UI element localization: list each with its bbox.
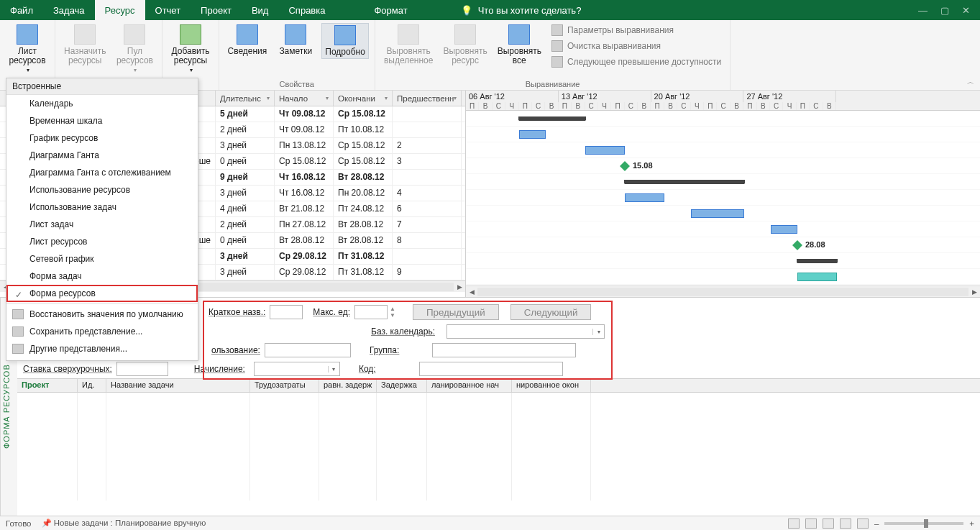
next-label: Следующее превышение доступности (567, 57, 721, 67)
timeline-day-label: Ч (783, 102, 796, 110)
tell-me[interactable]: Что вы хотите сделать? (461, 0, 582, 20)
bgh-work[interactable]: Трудозатраты (250, 379, 319, 392)
dd-save-view[interactable]: Сохранить представление... (6, 323, 198, 340)
dd-timeline[interactable]: Временная шкала (6, 112, 198, 129)
usage-label: ользование: (211, 345, 260, 355)
timeline-day-label: С (717, 102, 730, 110)
bgh-delay[interactable]: Задержка (377, 379, 427, 392)
view-shortcut-3[interactable] (823, 518, 834, 529)
view-shortcut-2[interactable] (805, 518, 817, 529)
assignment-grid-body[interactable] (17, 393, 980, 501)
timeline-day-label: Ч (505, 102, 518, 110)
bgh-schedstart[interactable]: ланированное нач (427, 379, 512, 392)
window-controls: — ▢ ✕ (908, 0, 980, 20)
zoom-in-icon[interactable]: + (969, 519, 974, 528)
dd-reset-defaults[interactable]: Восстановить значения по умолчанию (6, 306, 198, 323)
bgh-schedfinish[interactable]: нированное окон (512, 379, 591, 392)
notes-button[interactable]: Заметки (274, 23, 317, 59)
details-button[interactable]: Подробно (321, 23, 369, 59)
level-all-icon (508, 24, 530, 45)
tab-format[interactable]: Формат (364, 0, 417, 20)
next-overallocation-button[interactable]: Следующее превышение доступности (549, 55, 724, 69)
col-finish[interactable]: Окончани▾ (334, 91, 393, 106)
bgh-id[interactable]: Ид. (78, 379, 106, 392)
clear-leveling-button[interactable]: Очистка выравнивания (549, 39, 724, 53)
usage-input[interactable] (265, 343, 351, 357)
dd-task-sheet[interactable]: Лист задач (6, 216, 198, 233)
level-resource-button[interactable]: Выровнять ресурс (440, 23, 490, 69)
max-units-input[interactable] (354, 305, 388, 319)
gantt-rows[interactable]: 15.08 28.08 (466, 111, 980, 285)
dd-resource-sheet[interactable]: Лист ресурсов (6, 233, 198, 250)
collapse-ribbon-icon[interactable]: ︿ (967, 77, 974, 87)
tab-file[interactable]: Файл (0, 0, 43, 20)
add-resources-button[interactable]: Добавить ресурсы ▾ (168, 23, 212, 76)
prev-button[interactable]: Предыдущий (413, 304, 499, 320)
view-shortcut-5[interactable] (857, 518, 869, 529)
timeline-week-label: 06 Авг '12 (466, 91, 559, 102)
details-label: Подробно (325, 47, 365, 57)
level-res-icon (454, 24, 476, 45)
timeline-day-label: Ч (691, 102, 704, 110)
gantt-hscroll[interactable]: ◀▶ (466, 285, 980, 297)
resource-sheet-button[interactable]: Лист ресурсов ▾ (6, 23, 49, 76)
dd-more-views[interactable]: Другие представления... (6, 340, 198, 357)
group-input[interactable] (432, 343, 576, 357)
tab-task[interactable]: Задача (43, 0, 95, 20)
dd-task-form[interactable]: Форма задач (6, 268, 198, 285)
base-calendar-combo[interactable]: ▾ (447, 324, 605, 339)
code-input[interactable] (419, 362, 563, 376)
tab-resource[interactable]: Ресурс (95, 0, 145, 20)
notes-label: Заметки (279, 47, 312, 56)
level-all-button[interactable]: Выровнять все (495, 23, 544, 69)
timeline-day-label: П (611, 102, 624, 110)
chevron-down-icon: ▾ (27, 65, 29, 75)
code-label: Код: (359, 364, 376, 374)
tab-view[interactable]: Вид (242, 0, 279, 20)
bgh-project[interactable]: Проект (17, 379, 78, 392)
clear-icon (551, 40, 563, 52)
resource-pool-button[interactable]: Пул ресурсов ▾ (113, 23, 156, 76)
col-start[interactable]: Начало▾ (275, 91, 334, 106)
col-predecessors[interactable]: Предшественн▾ (393, 91, 462, 106)
tab-help[interactable]: Справка (278, 0, 335, 20)
leveling-options-button[interactable]: Параметры выравнивания (549, 23, 724, 37)
timeline-day-label: П (797, 102, 810, 110)
close-icon[interactable]: ✕ (962, 5, 970, 16)
zoom-out-icon[interactable]: – (874, 519, 879, 528)
tab-project[interactable]: Проект (191, 0, 242, 20)
dd-tracking-gantt[interactable]: Диаграмма Ганта с отслеживанием (6, 164, 198, 181)
tab-report[interactable]: Отчет (145, 0, 191, 20)
dd-resource-usage[interactable]: Использование ресурсов (6, 181, 198, 198)
timeline-day-label: С (585, 102, 598, 110)
dd-calendar[interactable]: Календарь (6, 95, 198, 112)
accrual-combo[interactable]: ▾ (254, 362, 340, 376)
timeline-week-label: 20 Авг '12 (651, 91, 744, 102)
level-selection-button[interactable]: Выровнять выделенное (381, 23, 436, 69)
overtime-rate-input[interactable] (116, 362, 168, 376)
col-duration[interactable]: Длительнс▾ (216, 91, 275, 106)
view-shortcut-1[interactable] (788, 518, 800, 529)
assign-resources-button[interactable]: Назначить ресурсы (61, 23, 109, 76)
milestone-label-2: 28.08 (805, 240, 825, 249)
restore-icon[interactable]: ▢ (940, 5, 949, 16)
timeline-day-label: В (757, 102, 770, 110)
base-calendar-label: Баз. календарь: (371, 326, 435, 337)
bgh-taskname[interactable]: Название задачи (106, 379, 250, 392)
ribbon-tabs: Файл Задача Ресурс Отчет Проект Вид Спра… (0, 0, 980, 20)
dd-network[interactable]: Сетевой график (6, 250, 198, 268)
timeline-day-label: П (704, 102, 717, 110)
info-icon (237, 24, 258, 45)
view-shortcut-4[interactable] (840, 518, 851, 529)
overtime-rate-label: Ставка сверхурочных: (23, 364, 112, 374)
dd-resource-graph[interactable]: График ресурсов (6, 129, 198, 147)
dd-resource-form[interactable]: ✓Форма ресурсов (6, 285, 198, 302)
minimize-icon[interactable]: — (918, 5, 928, 16)
bgh-levdelay[interactable]: равн. задерж (319, 379, 377, 392)
dd-gantt[interactable]: Диаграмма Ганта (6, 147, 198, 164)
zoom-slider[interactable] (884, 522, 963, 525)
next-button[interactable]: Следующий (510, 304, 592, 320)
short-name-input[interactable] (270, 305, 303, 319)
dd-task-usage[interactable]: Использование задач (6, 198, 198, 216)
information-button[interactable]: Сведения (225, 23, 270, 59)
